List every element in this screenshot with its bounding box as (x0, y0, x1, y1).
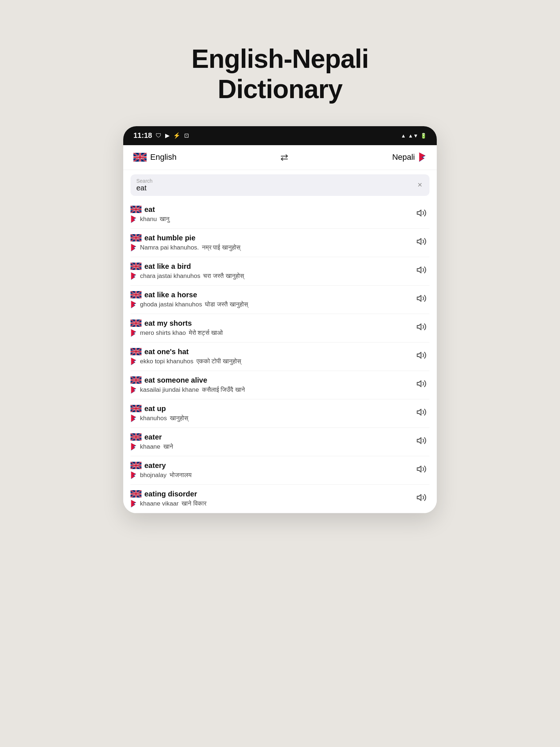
screenshot-icon: ⊡ (184, 132, 189, 139)
word-nepali-latin: khanuhos (140, 415, 167, 422)
svg-marker-52 (417, 409, 421, 415)
speak-button[interactable] (413, 206, 429, 222)
word-content: eat like a bird chara jastai khanuhos चर… (131, 262, 413, 280)
word-english: eater (144, 433, 162, 441)
word-nepali-native: भोजनालय (170, 472, 191, 479)
word-nepali-latin: khaane vikaar (140, 500, 179, 507)
word-item[interactable]: eat someone alive kasailai jiundai khane… (131, 371, 429, 399)
word-item[interactable]: eat like a horse ghoda jastai khanuhos घ… (131, 286, 429, 314)
word-english: eat my shorts (144, 319, 192, 328)
word-item[interactable]: eat my shorts mero shirts khao मेरो शर्ट… (131, 314, 429, 342)
svg-marker-22 (417, 267, 421, 272)
word-content: eat khanu खानु (131, 205, 413, 223)
signal-icon: ▲▼ (408, 133, 418, 139)
lang-from[interactable]: English (133, 152, 176, 162)
speak-button[interactable] (413, 263, 429, 279)
word-nepali-native: एकको टोपी खानुहोस् (197, 358, 241, 365)
word-nepali-latin: khaane (140, 443, 160, 450)
word-content: eater khaane खाने (131, 433, 413, 451)
language-header: English ⇄ Nepali (123, 145, 437, 170)
word-nepali-native: नम्र पाई खानुहोस् (202, 244, 240, 251)
word-item[interactable]: eat one's hat ekko topi khanuhos एकको टो… (131, 342, 429, 371)
word-content: eat like a horse ghoda jastai khanuhos घ… (131, 291, 413, 309)
speak-button[interactable] (413, 235, 429, 251)
speak-button[interactable] (413, 349, 429, 364)
play-icon: ▶ (165, 132, 170, 139)
word-content: eat one's hat ekko topi khanuhos एकको टो… (131, 348, 413, 365)
word-english: eat someone alive (144, 376, 207, 384)
svg-marker-46 (417, 380, 421, 386)
lang-from-label: English (150, 152, 176, 162)
word-english: eat (144, 205, 155, 214)
svg-marker-28 (417, 295, 421, 301)
word-item[interactable]: eat up khanuhos खानुहोस् (131, 399, 429, 428)
lang-to-label: Nepali (392, 152, 415, 162)
speak-button[interactable] (413, 320, 429, 336)
word-english: eat like a horse (144, 291, 197, 299)
word-list: eat khanu खानु (123, 200, 437, 513)
svg-marker-64 (417, 466, 421, 472)
svg-marker-10 (417, 210, 421, 216)
page-title: English-Nepali Dictionary (191, 44, 369, 104)
word-english: eat one's hat (144, 348, 188, 356)
phone-container: 11:18 🛡 ▶ ⚡ ⊡ ▲ ▲▼ 🔋 En (123, 126, 437, 513)
speak-button[interactable] (413, 491, 429, 507)
speak-button[interactable] (413, 434, 429, 450)
word-nepali-latin: chara jastai khanuhos (140, 272, 200, 280)
word-nepali-latin: ekko topi khanuhos (140, 358, 194, 365)
word-nepali-latin: kasailai jiundai khane (140, 386, 199, 394)
word-english: eatery (144, 461, 166, 470)
word-content: eating disorder khaane vikaar खाने विकार (131, 490, 413, 508)
word-item[interactable]: eat like a bird chara jastai khanuhos चर… (131, 257, 429, 286)
word-english: eating disorder (144, 490, 197, 498)
wifi-icon: ▲ (401, 133, 406, 139)
word-english: eat like a bird (144, 262, 191, 271)
battery-icon: 🔋 (420, 133, 427, 139)
speak-button[interactable] (413, 377, 429, 393)
word-nepali-latin: bhojnalay (140, 472, 167, 479)
word-content: eat someone alive kasailai jiundai khane… (131, 376, 413, 394)
speak-button[interactable] (413, 462, 429, 478)
status-time: 11:18 (133, 131, 152, 140)
svg-marker-58 (417, 437, 421, 443)
usb-icon: ⚡ (173, 132, 180, 139)
word-nepali-native: मेरो शर्ट्स खाओ (189, 329, 223, 337)
svg-marker-16 (417, 238, 421, 244)
status-bar: 11:18 🛡 ▶ ⚡ ⊡ ▲ ▲▼ 🔋 (123, 126, 437, 145)
word-content: eatery bhojnalay भोजनालय (131, 461, 413, 479)
word-nepali-native: चरा जस्तै खानुहोस् (203, 272, 244, 280)
word-content: eat humble pie Namra pai khanuhos. नम्र … (131, 234, 413, 252)
word-nepali-latin: khanu (140, 216, 157, 223)
lang-to[interactable]: Nepali (392, 152, 427, 162)
word-item[interactable]: eat humble pie Namra pai khanuhos. नम्र … (131, 229, 429, 257)
word-nepali-native: कसैलाई जिउँदै खाने (202, 386, 245, 394)
word-nepali-native: खानुहोस् (170, 415, 188, 422)
search-box[interactable]: Search eat × (131, 174, 429, 196)
word-item[interactable]: eater khaane खाने (131, 428, 429, 456)
swap-button[interactable]: ⇄ (280, 152, 288, 163)
svg-marker-40 (417, 352, 421, 358)
speak-button[interactable] (413, 292, 429, 307)
word-nepali-latin: Namra pai khanuhos. (140, 244, 199, 251)
word-content: eat my shorts mero shirts khao मेरो शर्ट… (131, 319, 413, 337)
word-nepali-latin: mero shirts khao (140, 329, 186, 337)
search-label: Search (136, 178, 416, 184)
word-english: eat humble pie (144, 234, 195, 242)
word-nepali-native: खानु (160, 216, 170, 223)
svg-marker-70 (417, 494, 421, 500)
word-nepali-native: खाने विकार (182, 500, 206, 507)
word-nepali-latin: ghoda jastai khanuhos (140, 301, 202, 308)
word-item[interactable]: eat khanu खानु (131, 200, 429, 229)
word-english: eat up (144, 405, 166, 413)
speak-button[interactable] (413, 406, 429, 421)
word-nepali-native: घोडा जस्तै खानुहोस् (205, 301, 248, 308)
clear-button[interactable]: × (416, 179, 424, 191)
word-item[interactable]: eatery bhojnalay भोजनालय (131, 456, 429, 485)
svg-marker-34 (417, 324, 421, 329)
word-content: eat up khanuhos खानुहोस् (131, 405, 413, 422)
shield-icon: 🛡 (156, 132, 162, 139)
word-nepali-native: खाने (163, 443, 173, 450)
search-input[interactable]: eat (136, 184, 416, 192)
word-item[interactable]: eating disorder khaane vikaar खाने विकार (131, 485, 429, 513)
